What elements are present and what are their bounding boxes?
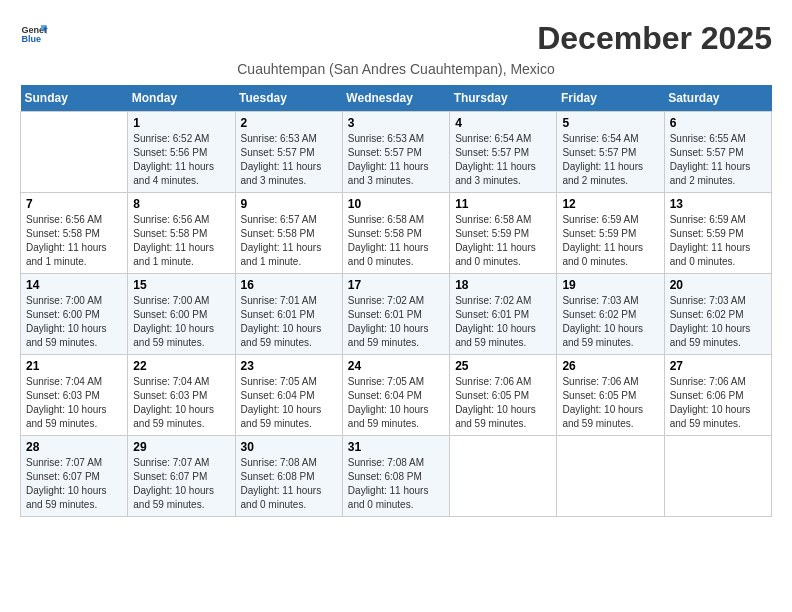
day-number: 28 <box>26 440 122 454</box>
calendar-cell: 10Sunrise: 6:58 AMSunset: 5:58 PMDayligh… <box>342 193 449 274</box>
calendar-cell <box>450 436 557 517</box>
day-number: 31 <box>348 440 444 454</box>
day-number: 5 <box>562 116 658 130</box>
calendar-cell <box>664 436 771 517</box>
calendar-week-row: 14Sunrise: 7:00 AMSunset: 6:00 PMDayligh… <box>21 274 772 355</box>
day-info: Sunrise: 7:02 AMSunset: 6:01 PMDaylight:… <box>455 294 551 350</box>
day-info: Sunrise: 6:53 AMSunset: 5:57 PMDaylight:… <box>348 132 444 188</box>
day-number: 23 <box>241 359 337 373</box>
calendar-week-row: 1Sunrise: 6:52 AMSunset: 5:56 PMDaylight… <box>21 112 772 193</box>
calendar-header-row: SundayMondayTuesdayWednesdayThursdayFrid… <box>21 85 772 112</box>
calendar-cell: 27Sunrise: 7:06 AMSunset: 6:06 PMDayligh… <box>664 355 771 436</box>
calendar-cell: 17Sunrise: 7:02 AMSunset: 6:01 PMDayligh… <box>342 274 449 355</box>
calendar-cell: 23Sunrise: 7:05 AMSunset: 6:04 PMDayligh… <box>235 355 342 436</box>
subtitle: Cuauhtempan (San Andres Cuauhtempan), Me… <box>20 61 772 77</box>
day-number: 15 <box>133 278 229 292</box>
calendar-cell: 4Sunrise: 6:54 AMSunset: 5:57 PMDaylight… <box>450 112 557 193</box>
calendar-cell: 21Sunrise: 7:04 AMSunset: 6:03 PMDayligh… <box>21 355 128 436</box>
calendar-table: SundayMondayTuesdayWednesdayThursdayFrid… <box>20 85 772 517</box>
day-info: Sunrise: 7:06 AMSunset: 6:06 PMDaylight:… <box>670 375 766 431</box>
day-number: 21 <box>26 359 122 373</box>
day-info: Sunrise: 7:04 AMSunset: 6:03 PMDaylight:… <box>133 375 229 431</box>
day-info: Sunrise: 7:03 AMSunset: 6:02 PMDaylight:… <box>670 294 766 350</box>
day-info: Sunrise: 7:05 AMSunset: 6:04 PMDaylight:… <box>348 375 444 431</box>
header-day-tuesday: Tuesday <box>235 85 342 112</box>
header: General Blue December 2025 <box>20 20 772 57</box>
day-number: 13 <box>670 197 766 211</box>
title-section: December 2025 <box>537 20 772 57</box>
day-info: Sunrise: 6:58 AMSunset: 5:58 PMDaylight:… <box>348 213 444 269</box>
day-info: Sunrise: 6:53 AMSunset: 5:57 PMDaylight:… <box>241 132 337 188</box>
day-number: 22 <box>133 359 229 373</box>
day-info: Sunrise: 6:55 AMSunset: 5:57 PMDaylight:… <box>670 132 766 188</box>
calendar-cell: 24Sunrise: 7:05 AMSunset: 6:04 PMDayligh… <box>342 355 449 436</box>
day-number: 8 <box>133 197 229 211</box>
calendar-week-row: 28Sunrise: 7:07 AMSunset: 6:07 PMDayligh… <box>21 436 772 517</box>
logo: General Blue <box>20 20 48 48</box>
day-number: 6 <box>670 116 766 130</box>
day-info: Sunrise: 6:59 AMSunset: 5:59 PMDaylight:… <box>670 213 766 269</box>
day-number: 25 <box>455 359 551 373</box>
calendar-cell <box>557 436 664 517</box>
day-number: 24 <box>348 359 444 373</box>
day-info: Sunrise: 7:08 AMSunset: 6:08 PMDaylight:… <box>241 456 337 512</box>
calendar-cell: 11Sunrise: 6:58 AMSunset: 5:59 PMDayligh… <box>450 193 557 274</box>
day-info: Sunrise: 7:08 AMSunset: 6:08 PMDaylight:… <box>348 456 444 512</box>
day-info: Sunrise: 7:06 AMSunset: 6:05 PMDaylight:… <box>455 375 551 431</box>
calendar-cell: 1Sunrise: 6:52 AMSunset: 5:56 PMDaylight… <box>128 112 235 193</box>
day-number: 26 <box>562 359 658 373</box>
header-day-monday: Monday <box>128 85 235 112</box>
day-info: Sunrise: 6:54 AMSunset: 5:57 PMDaylight:… <box>562 132 658 188</box>
day-info: Sunrise: 6:59 AMSunset: 5:59 PMDaylight:… <box>562 213 658 269</box>
day-number: 1 <box>133 116 229 130</box>
calendar-cell: 31Sunrise: 7:08 AMSunset: 6:08 PMDayligh… <box>342 436 449 517</box>
day-number: 2 <box>241 116 337 130</box>
day-info: Sunrise: 7:02 AMSunset: 6:01 PMDaylight:… <box>348 294 444 350</box>
main-title: December 2025 <box>537 20 772 57</box>
day-number: 30 <box>241 440 337 454</box>
day-number: 17 <box>348 278 444 292</box>
calendar-cell: 15Sunrise: 7:00 AMSunset: 6:00 PMDayligh… <box>128 274 235 355</box>
calendar-cell: 14Sunrise: 7:00 AMSunset: 6:00 PMDayligh… <box>21 274 128 355</box>
header-day-friday: Friday <box>557 85 664 112</box>
day-info: Sunrise: 7:04 AMSunset: 6:03 PMDaylight:… <box>26 375 122 431</box>
day-info: Sunrise: 6:56 AMSunset: 5:58 PMDaylight:… <box>26 213 122 269</box>
day-number: 14 <box>26 278 122 292</box>
day-info: Sunrise: 6:58 AMSunset: 5:59 PMDaylight:… <box>455 213 551 269</box>
calendar-cell: 28Sunrise: 7:07 AMSunset: 6:07 PMDayligh… <box>21 436 128 517</box>
calendar-cell: 5Sunrise: 6:54 AMSunset: 5:57 PMDaylight… <box>557 112 664 193</box>
day-info: Sunrise: 7:01 AMSunset: 6:01 PMDaylight:… <box>241 294 337 350</box>
day-number: 11 <box>455 197 551 211</box>
header-day-wednesday: Wednesday <box>342 85 449 112</box>
calendar-cell: 9Sunrise: 6:57 AMSunset: 5:58 PMDaylight… <box>235 193 342 274</box>
day-info: Sunrise: 6:52 AMSunset: 5:56 PMDaylight:… <box>133 132 229 188</box>
day-number: 9 <box>241 197 337 211</box>
calendar-cell: 19Sunrise: 7:03 AMSunset: 6:02 PMDayligh… <box>557 274 664 355</box>
header-day-saturday: Saturday <box>664 85 771 112</box>
day-number: 3 <box>348 116 444 130</box>
calendar-cell: 3Sunrise: 6:53 AMSunset: 5:57 PMDaylight… <box>342 112 449 193</box>
day-info: Sunrise: 6:57 AMSunset: 5:58 PMDaylight:… <box>241 213 337 269</box>
day-number: 16 <box>241 278 337 292</box>
calendar-cell <box>21 112 128 193</box>
calendar-cell: 26Sunrise: 7:06 AMSunset: 6:05 PMDayligh… <box>557 355 664 436</box>
calendar-cell: 25Sunrise: 7:06 AMSunset: 6:05 PMDayligh… <box>450 355 557 436</box>
day-number: 18 <box>455 278 551 292</box>
calendar-cell: 29Sunrise: 7:07 AMSunset: 6:07 PMDayligh… <box>128 436 235 517</box>
day-info: Sunrise: 7:03 AMSunset: 6:02 PMDaylight:… <box>562 294 658 350</box>
day-number: 20 <box>670 278 766 292</box>
day-info: Sunrise: 7:07 AMSunset: 6:07 PMDaylight:… <box>26 456 122 512</box>
day-number: 27 <box>670 359 766 373</box>
day-number: 12 <box>562 197 658 211</box>
calendar-cell: 12Sunrise: 6:59 AMSunset: 5:59 PMDayligh… <box>557 193 664 274</box>
calendar-cell: 13Sunrise: 6:59 AMSunset: 5:59 PMDayligh… <box>664 193 771 274</box>
day-number: 4 <box>455 116 551 130</box>
day-info: Sunrise: 7:00 AMSunset: 6:00 PMDaylight:… <box>26 294 122 350</box>
calendar-week-row: 21Sunrise: 7:04 AMSunset: 6:03 PMDayligh… <box>21 355 772 436</box>
calendar-cell: 20Sunrise: 7:03 AMSunset: 6:02 PMDayligh… <box>664 274 771 355</box>
day-info: Sunrise: 7:06 AMSunset: 6:05 PMDaylight:… <box>562 375 658 431</box>
day-info: Sunrise: 7:07 AMSunset: 6:07 PMDaylight:… <box>133 456 229 512</box>
calendar-cell: 7Sunrise: 6:56 AMSunset: 5:58 PMDaylight… <box>21 193 128 274</box>
day-info: Sunrise: 7:00 AMSunset: 6:00 PMDaylight:… <box>133 294 229 350</box>
day-number: 10 <box>348 197 444 211</box>
